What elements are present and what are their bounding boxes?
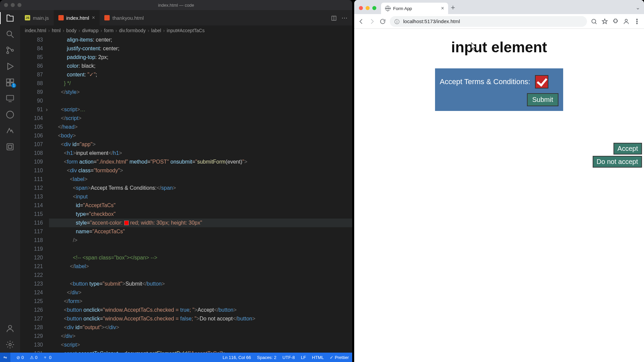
breadcrumb[interactable]: index.html›html›body›div#app›form›div.fo… <box>20 25 352 36</box>
status-ports[interactable]: ᯤ 0 <box>44 355 52 360</box>
browser-window: Form App × + ⌄ ⓘ localhost:5173/index.ht… <box>354 0 644 362</box>
status-indent[interactable]: Spaces: 2 <box>257 355 276 360</box>
svg-point-1 <box>7 47 9 49</box>
svg-point-14 <box>592 19 596 23</box>
svg-point-0 <box>7 31 12 36</box>
accept-label-text: Accept Terms & Conditions: <box>440 77 530 86</box>
traffic-min[interactable] <box>366 6 370 10</box>
tab-main-js[interactable]: JS main.js <box>20 10 54 25</box>
browser-titlebar: Form App × + ⌄ <box>354 0 644 14</box>
status-language[interactable]: HTML <box>312 355 324 360</box>
explorer-icon[interactable] <box>5 13 15 23</box>
browser-tab[interactable]: Form App × <box>381 3 448 14</box>
tab-index-html[interactable]: index.html × <box>54 10 100 25</box>
svg-point-9 <box>7 111 14 118</box>
status-warnings[interactable]: ⚠ 0 <box>30 355 38 360</box>
remote-indicator[interactable]: ⇋ <box>0 353 10 362</box>
svg-point-17 <box>637 21 638 22</box>
site-info-icon[interactable]: ⓘ <box>394 19 400 24</box>
html-file-icon <box>58 15 64 20</box>
browser-menu-icon[interactable] <box>633 18 641 25</box>
more-actions-icon[interactable]: ⋯ <box>341 14 347 21</box>
traffic-max[interactable] <box>372 6 376 10</box>
tab-label: thankyou.html <box>112 15 144 21</box>
profile-icon[interactable] <box>623 18 630 25</box>
svg-rect-5 <box>10 79 13 82</box>
svg-point-2 <box>7 52 9 54</box>
svg-rect-10 <box>7 144 13 150</box>
svg-point-13 <box>9 344 11 346</box>
search-icon[interactable] <box>5 29 15 39</box>
accept-label[interactable]: Accept Terms & Conditions: <box>440 75 558 88</box>
form-box: Accept Terms & Conditions: Submit <box>435 68 563 111</box>
svg-point-3 <box>11 49 13 51</box>
svg-rect-4 <box>7 79 10 82</box>
status-prettier[interactable]: ✓ Prettier <box>330 355 349 360</box>
tab-overflow-icon[interactable]: ⌄ <box>636 4 640 11</box>
svg-point-18 <box>637 23 638 24</box>
settings-gear-icon[interactable] <box>5 340 15 349</box>
line-gutter: 8384858687888990911041051061071081091101… <box>20 36 49 353</box>
vscode-window-title: index.html — code <box>0 3 352 8</box>
accept-button[interactable]: Accept <box>613 143 642 155</box>
reject-button[interactable]: Do not accept <box>593 156 642 168</box>
url-text: localhost:5173/index.html <box>403 18 460 24</box>
svg-rect-11 <box>8 145 11 148</box>
new-tab-button[interactable]: + <box>451 3 455 12</box>
tab-label: main.js <box>33 15 49 21</box>
tab-title: Form App <box>393 6 412 11</box>
traffic-close[interactable] <box>359 6 363 10</box>
extensions-icon[interactable]: 1 <box>5 78 15 87</box>
tab-thankyou-html[interactable]: thankyou.html <box>100 10 148 25</box>
rendered-page: input element Accept Terms & Conditions:… <box>354 29 644 362</box>
svg-point-12 <box>8 325 11 328</box>
js-file-icon: JS <box>25 15 30 20</box>
activity-bar: 1 <box>0 10 20 353</box>
vscode-titlebar: index.html — code <box>0 0 352 10</box>
activity-icon-extra1[interactable] <box>5 126 15 135</box>
extensions-puzzle-icon[interactable] <box>612 18 619 25</box>
activity-icon-extra2[interactable] <box>5 142 15 152</box>
back-button[interactable] <box>358 18 365 25</box>
tab-close-icon[interactable]: × <box>441 5 444 11</box>
split-editor-icon[interactable]: ◫ <box>331 14 337 21</box>
browser-toolbar: ⓘ localhost:5173/index.html <box>354 14 644 29</box>
bookmark-icon[interactable] <box>601 18 608 25</box>
globe-icon <box>385 6 390 11</box>
html-file-icon <box>104 15 110 20</box>
source-control-icon[interactable] <box>5 46 15 55</box>
submit-button[interactable]: Submit <box>527 93 558 106</box>
code-lines[interactable]: align-items: center; justify-content: ce… <box>49 36 352 353</box>
forward-button[interactable] <box>368 18 376 25</box>
address-bar[interactable]: ⓘ localhost:5173/index.html <box>390 16 587 27</box>
svg-rect-8 <box>7 96 14 100</box>
run-debug-icon[interactable] <box>5 62 15 71</box>
editor-tabbar: JS main.js index.html × thankyou.html ◫ <box>20 10 352 25</box>
status-errors[interactable]: ⊘ 0 <box>16 355 24 360</box>
status-cursor[interactable]: Ln 116, Col 66 <box>223 355 251 360</box>
code-editor[interactable]: 8384858687888990911041051061071081091101… <box>20 36 352 353</box>
account-icon[interactable] <box>5 324 15 333</box>
side-buttons: Accept Do not accept <box>593 143 642 168</box>
reload-button[interactable] <box>379 18 386 25</box>
remote-explorer-icon[interactable] <box>5 94 15 103</box>
svg-point-15 <box>625 19 628 21</box>
status-eol[interactable]: LF <box>301 355 306 360</box>
tab-close-icon[interactable]: × <box>92 15 95 21</box>
browser-traffic-lights <box>359 6 376 10</box>
editor-area: JS main.js index.html × thankyou.html ◫ <box>20 10 352 353</box>
svg-point-16 <box>637 19 638 20</box>
tab-label: index.html <box>66 15 89 21</box>
status-encoding[interactable]: UTF-8 <box>282 355 295 360</box>
zoom-icon[interactable] <box>590 18 598 25</box>
accept-checkbox[interactable] <box>535 75 548 88</box>
vscode-window: index.html — code 1 JS <box>0 0 352 362</box>
copilot-icon[interactable] <box>5 110 15 119</box>
svg-rect-6 <box>7 83 10 86</box>
page-heading: input element <box>354 39 644 56</box>
extensions-badge: 1 <box>11 83 16 88</box>
status-bar: ⇋ ⊘ 0 ⚠ 0 ᯤ 0 Ln 116, Col 66 Spaces: 2 U… <box>0 353 352 362</box>
